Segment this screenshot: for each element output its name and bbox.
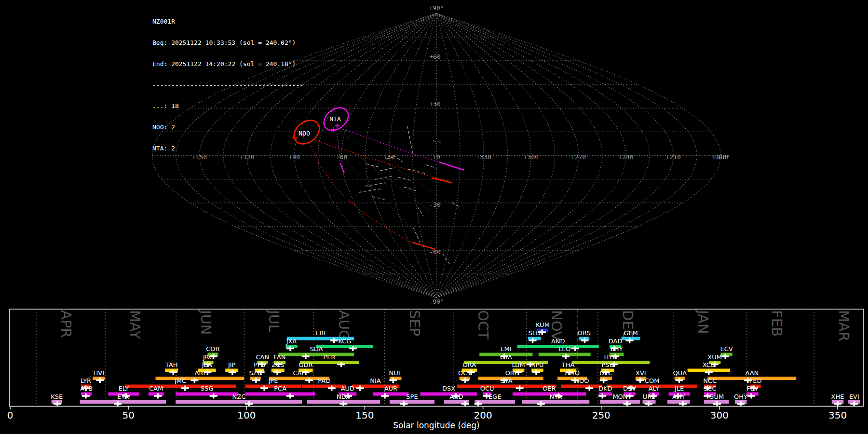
shower-code-label: FED [749, 377, 762, 384]
shower-EGE: EGE [475, 393, 515, 407]
shower-code-label: ARI [195, 369, 205, 377]
shower-code-label: LYR [81, 377, 92, 384]
shower-code-label: AND [551, 338, 565, 345]
shower-code-label: JXA [286, 338, 297, 345]
shower-URS: URS [643, 393, 656, 407]
shower-code-label: XHE [831, 393, 844, 400]
x-tick-label: 250 [592, 409, 610, 421]
x-tick-label: 150 [355, 409, 374, 421]
activity-timeline-chart: APRMAYJUNJULAUGSEPOCTNOVDECJANFEBMAR0501… [0, 0, 868, 434]
shower-ZCS: ZCS [271, 361, 285, 375]
shower-code-label: AMO [565, 369, 580, 377]
shower-code-label: XCB [703, 361, 715, 368]
shower-DKD: DKD [598, 385, 612, 399]
shower-code-label: NCC [703, 377, 717, 384]
shower-code-label: ETA [117, 393, 129, 400]
shower-activity-bar [522, 400, 589, 404]
x-axis-title: Solar longitude (deg) [393, 420, 480, 430]
shower-SZC: SZC [249, 369, 262, 383]
shower-code-label: TAH [165, 361, 178, 368]
shower-code-label: AHY [672, 393, 685, 400]
month-label-SEP: SEP [407, 310, 423, 336]
shower-code-label: OER [542, 385, 556, 392]
shower-code-label: STA [501, 377, 513, 384]
shower-RPU: RPU [531, 361, 543, 375]
shower-code-label: RPU [531, 361, 543, 368]
month-label-JAN: JAN [695, 309, 711, 334]
shower-code-label: KCG [338, 338, 351, 345]
shower-code-label: KSE [51, 393, 63, 400]
x-axis: 050100150200250300350Solar longitude (de… [7, 407, 847, 431]
shower-EVI: EVI [848, 393, 860, 407]
shower-code-label: HVI [94, 369, 105, 377]
shower-NUE: NUE [389, 369, 402, 383]
shower-code-label: DRA [463, 361, 476, 368]
shower-OHY: OHY [734, 393, 747, 407]
shower-code-label: SCC [704, 385, 716, 392]
month-label-OCT: OCT [475, 310, 491, 339]
shower-code-label: NOO [574, 377, 589, 384]
shower-GEM: GEM [621, 329, 640, 343]
shower-OCT: OCT [458, 369, 471, 383]
shower-code-label: JMC [174, 377, 186, 384]
shower-code-label: CTA [500, 353, 512, 361]
shower-code-label: SPE [406, 393, 418, 400]
shower-activity-bar [245, 385, 301, 388]
shower-activity-bar [316, 345, 373, 348]
shower-code-label: JLE [674, 385, 684, 392]
shower-XCB: XCB [688, 361, 730, 375]
shower-code-label: NUE [389, 369, 402, 377]
shower-code-label: FAN [273, 353, 285, 361]
shower-code-label: DSV [623, 385, 636, 392]
shower-code-label: ECV [720, 345, 733, 353]
shower-activity-bar [176, 393, 238, 396]
shower-code-label: ARD [449, 393, 463, 400]
shower-code-label: OHY [734, 393, 747, 400]
shower-code-label: SLD [528, 329, 541, 337]
shower-code-label: PPS [254, 361, 265, 368]
shower-code-label: THA [561, 361, 575, 368]
shower-code-label: ELY [119, 385, 129, 392]
shower-code-label: EHY [610, 345, 623, 353]
shower-code-label: GDR [298, 361, 312, 368]
shower-code-label: PCA [274, 385, 286, 392]
shower-code-label: XUM [707, 353, 722, 361]
shower-code-label: DAD [609, 338, 623, 345]
month-label-APR: APR [58, 310, 74, 338]
shower-activity-bar [600, 400, 640, 404]
shower-code-label: ZCS [271, 361, 284, 368]
month-label-NOV: NOV [548, 310, 565, 341]
shower-code-label: CAN [256, 353, 270, 361]
shower-code-label: OCU [480, 385, 494, 392]
shower-activity-bar [245, 393, 315, 396]
shower-code-label: URS [643, 393, 656, 400]
shower-code-label: PSU [601, 361, 614, 368]
shower-code-label: JEA [202, 361, 212, 368]
shower-code-label: JRC [203, 353, 213, 361]
shower-code-label: LEO [558, 345, 571, 353]
shower-code-label: PAU [318, 377, 330, 384]
shower-code-label: JIP [228, 361, 236, 368]
shower-QUA: QUA [673, 369, 687, 383]
shower-code-label: ORI [505, 369, 516, 377]
x-tick-label: 200 [474, 409, 492, 421]
shower-activity-bar [457, 385, 556, 388]
shower-code-label: CAP [293, 369, 305, 377]
shower-code-label: LUM [512, 361, 525, 368]
x-tick-label: 100 [237, 409, 256, 421]
shower-activity-bar [561, 385, 602, 388]
shower-code-label: AAN [745, 369, 759, 377]
shower-code-label: LMI [501, 345, 511, 353]
shower-TAH: TAH [165, 361, 178, 375]
shower-SLD: SLD [528, 329, 541, 343]
shower-code-label: OCT [458, 369, 471, 377]
shower-code-label: EVI [849, 393, 859, 400]
shower-XHE: XHE [831, 393, 844, 407]
shower-code-label: XVI [636, 369, 646, 377]
shower-code-label: DSX [442, 385, 455, 392]
month-label-JUL: JUL [266, 309, 282, 332]
shower-HVI: HVI [93, 369, 105, 383]
shower-code-label: SSG [201, 385, 214, 392]
shower-code-label: SDA [310, 345, 323, 353]
shower-code-label: EGE [488, 393, 502, 400]
